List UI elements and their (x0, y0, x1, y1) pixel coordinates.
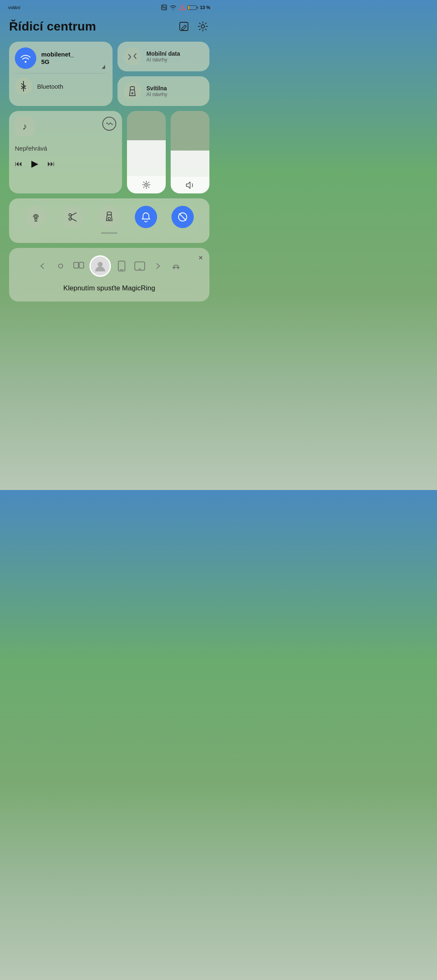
magic-icon-4 (114, 259, 129, 273)
media-icon-row: ♪ (15, 117, 116, 137)
media-row: ♪ Nepřehrává ⏮ ▶ ⏭ (9, 111, 209, 193)
gear-icon (197, 21, 209, 32)
page-title: Řídicí centrum (9, 19, 96, 33)
flashlight-tile[interactable]: Svítilna AI návrhy (117, 76, 209, 106)
flashlight-title: Svítilna (146, 85, 167, 92)
svg-point-6 (132, 92, 134, 94)
quick-actions-tile (9, 198, 209, 243)
soundwave-icon (105, 120, 113, 128)
brightness-track[interactable] (127, 111, 166, 176)
battery-percent: 13 % (200, 5, 210, 10)
edit-icon (179, 21, 189, 32)
svg-rect-20 (79, 262, 84, 268)
person-icon (94, 260, 106, 272)
tablet-icon (134, 261, 145, 271)
bluetooth-row[interactable]: Bluetooth (15, 78, 107, 95)
media-album-art: ♪ (15, 117, 35, 137)
media-controls: ⏮ ▶ ⏭ (15, 158, 116, 169)
svg-rect-14 (107, 212, 111, 215)
magic-avatar (89, 255, 111, 277)
magic-icon-3 (71, 259, 86, 273)
mobile-data-icon (127, 51, 137, 62)
signal-indicator (102, 65, 105, 69)
flashlight-icon-wrap (123, 82, 141, 100)
flashlight-quick-button[interactable] (98, 206, 120, 228)
settings-button[interactable] (196, 20, 209, 33)
magic-icon-7 (169, 259, 183, 273)
hotspot-button[interactable] (25, 206, 47, 228)
status-bar: volání ! 13 % (0, 0, 218, 13)
wifi-button[interactable] (15, 47, 36, 69)
volume-slider-tile[interactable] (171, 111, 209, 193)
svg-point-15 (108, 217, 110, 220)
wifi-ssid: mobilenet_ 5G (41, 51, 74, 66)
svg-point-3 (201, 25, 204, 28)
warning-icon: ! (179, 4, 186, 11)
play-button[interactable]: ▶ (31, 158, 38, 169)
bluetooth-icon (19, 81, 28, 92)
volume-icon (185, 181, 195, 189)
brightness-icon (142, 180, 151, 189)
next-button[interactable]: ⏭ (47, 160, 55, 168)
recent-apps-icon (73, 262, 84, 270)
magic-close-button[interactable]: × (198, 254, 203, 262)
svg-point-21 (98, 262, 103, 267)
call-status: volání (8, 5, 20, 10)
media-tile[interactable]: ♪ Nepřehrává ⏮ ▶ ⏭ (9, 111, 122, 193)
svg-point-4 (25, 61, 26, 63)
magic-icon-1 (35, 259, 50, 273)
battery-icon (188, 5, 198, 10)
bluetooth-label: Bluetooth (37, 83, 63, 90)
mobile-data-text: Mobilní data AI návrhy (146, 50, 180, 63)
header-icons (177, 20, 209, 33)
media-not-playing: Nepřehrává (15, 145, 116, 152)
magic-icon-5 (132, 259, 147, 273)
brightness-bottom (127, 176, 166, 193)
actions-row (17, 206, 201, 228)
edit-button[interactable] (177, 20, 190, 33)
control-center: Řídicí centrum (0, 13, 218, 310)
mobile-data-icon-wrap (123, 47, 141, 66)
prev-button[interactable]: ⏮ (15, 160, 22, 168)
status-right: ! 13 % (161, 4, 210, 11)
flashlight-text: Svítilna AI návrhy (146, 85, 167, 98)
mobile-data-tile[interactable]: Mobilní data AI návrhy (117, 42, 209, 71)
phone-icon (118, 261, 125, 271)
magic-icons-row (17, 255, 201, 277)
svg-rect-19 (74, 262, 78, 268)
svg-point-18 (59, 264, 63, 268)
magic-icon-6 (150, 259, 165, 273)
bell-icon (141, 212, 151, 222)
mobile-data-title: Mobilní data (146, 50, 180, 57)
divider (15, 73, 107, 73)
svg-rect-5 (130, 87, 134, 90)
top-tiles-row: mobilenet_ 5G Bluetooth (9, 42, 209, 106)
header: Řídicí centrum (9, 19, 209, 33)
music-note-icon: ♪ (23, 121, 27, 132)
ai-audio-icon[interactable] (102, 117, 116, 131)
magic-ring-text[interactable]: Klepnutím spusťte MagicRing (17, 284, 201, 292)
svg-text:!: ! (182, 7, 183, 10)
brightness-slider-tile[interactable] (127, 111, 166, 193)
flashlight-sub: AI návrhy (146, 92, 167, 97)
volume-bottom (171, 177, 209, 193)
screenshot-button[interactable] (61, 206, 84, 228)
magic-ring-tile[interactable]: × (9, 248, 209, 302)
dnd-button[interactable] (172, 206, 194, 228)
right-tiles-col: Mobilní data AI návrhy Svítilna AI návrh… (117, 42, 209, 106)
drag-handle (101, 232, 117, 234)
forward-icon (153, 261, 162, 271)
bluetooth-button[interactable] (15, 78, 32, 95)
volume-track[interactable] (171, 111, 209, 177)
wifi-row[interactable]: mobilenet_ 5G (15, 47, 107, 69)
brightness-fill (127, 140, 166, 176)
wifi-bluetooth-tile[interactable]: mobilenet_ 5G Bluetooth (9, 42, 113, 106)
torch-icon (105, 212, 113, 222)
svg-point-8 (146, 184, 147, 186)
mobile-data-sub: AI návrhy (146, 57, 180, 63)
notification-button[interactable] (135, 206, 157, 228)
back-icon (38, 261, 47, 271)
volume-fill (171, 151, 209, 177)
flashlight-icon (128, 86, 136, 97)
home-icon (56, 261, 65, 271)
